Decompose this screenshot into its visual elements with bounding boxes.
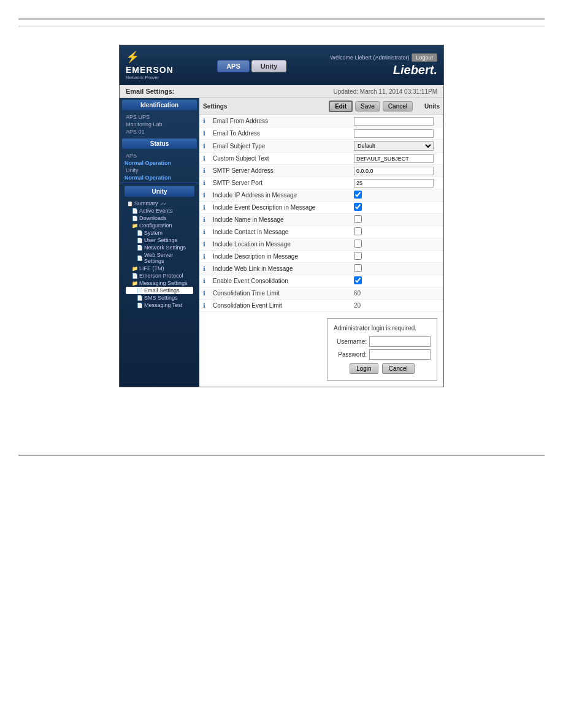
sidebar-unity-label: Unity <box>123 167 196 174</box>
email-subject-type-value: Default <box>354 141 440 151</box>
sidebar-identification-title: Identification <box>122 100 197 110</box>
tree-active-events[interactable]: 📄 Active Events <box>126 207 193 214</box>
info-icon-9: ℹ <box>203 216 210 223</box>
tree-system[interactable]: 📄 System <box>126 229 193 237</box>
subheader-updated: Updated: March 11, 2014 03:31:11PM <box>333 88 437 95</box>
email-from-label: Email From Address <box>213 118 354 124</box>
smtp-address-label: SMTP Server Address <box>213 167 354 174</box>
smtp-address-input[interactable] <box>354 167 434 175</box>
sidebar-unity: Unity 📋 Summary >> 📄 Active Events <box>120 183 199 311</box>
consolidation-event-label: Consolidation Event Limit <box>213 302 354 309</box>
enable-consolidation-checkbox[interactable] <box>354 276 362 284</box>
info-icon-12: ℹ <box>203 253 210 260</box>
login-dialog: Administrator login is required. Usernam… <box>327 318 437 381</box>
include-description-checkbox[interactable] <box>354 252 362 260</box>
tree-sms-label: SMS Settings <box>144 295 178 301</box>
folder-messaging-icon: 📁 <box>132 281 138 286</box>
lightning-icon: ⚡ <box>126 50 139 64</box>
info-icon-11: ℹ <box>203 241 210 248</box>
login-title: Administrator login is required. <box>334 325 431 332</box>
file-network-icon: 📄 <box>137 245 143 251</box>
sidebar-id-line3: APS 01 <box>123 128 196 135</box>
tree-messaging-test[interactable]: 📄 Messaging Test <box>126 301 193 309</box>
enable-consolidation-value <box>354 276 440 286</box>
login-buttons: Login Cancel <box>334 363 431 374</box>
row-include-name: ℹ Include Name in Message <box>199 214 443 226</box>
app-container: ⚡ EMERSON Network Power APS Unity Welcom… <box>119 45 444 387</box>
info-icon-5: ℹ <box>203 167 210 174</box>
username-input[interactable] <box>369 336 431 347</box>
tree-network-settings[interactable]: 📄 Network Settings <box>126 244 193 251</box>
include-name-checkbox[interactable] <box>354 215 362 223</box>
tree-configuration[interactable]: 📁 Configuration <box>126 222 193 229</box>
tree-emerson-protocol[interactable]: 📄 Emerson Protocol <box>126 272 193 279</box>
login-cancel-button[interactable]: Cancel <box>382 363 415 374</box>
include-event-value <box>354 203 440 212</box>
logout-button[interactable]: Logout <box>412 53 437 62</box>
file-active-events-icon: 📄 <box>132 208 138 214</box>
include-weblink-checkbox[interactable] <box>354 264 362 272</box>
smtp-port-label: SMTP Server Port <box>213 180 354 186</box>
tab-unity[interactable]: Unity <box>251 60 287 72</box>
email-subject-type-select[interactable]: Default <box>354 141 434 151</box>
sidebar-id-line1: APS UPS <box>123 113 196 121</box>
row-email-subject-type: ℹ Email Subject Type Default <box>199 140 443 153</box>
info-icon-2: ℹ <box>203 130 210 137</box>
tab-aps[interactable]: APS <box>217 60 250 72</box>
include-ip-checkbox[interactable] <box>354 191 362 199</box>
main-layout: Identification APS UPS Monitoring Lab AP… <box>120 98 443 387</box>
second-border <box>18 26 545 26</box>
info-icon-16: ℹ <box>203 302 210 309</box>
top-border <box>18 18 545 20</box>
include-contact-checkbox[interactable] <box>354 227 362 235</box>
tree-user-settings-label: User Settings <box>144 237 177 243</box>
folder-life-icon: 📁 <box>132 266 138 271</box>
tree-life[interactable]: 📁 LIFE (TM) <box>126 265 193 272</box>
sidebar-identification: Identification APS UPS Monitoring Lab AP… <box>120 100 199 137</box>
page-wrapper: ⚡ EMERSON Network Power APS Unity Welcom… <box>0 0 563 728</box>
settings-header-bar: Settings Edit Save Cancel Units <box>199 98 443 115</box>
subheader-title: Email Settings: <box>126 88 174 95</box>
row-include-description: ℹ Include Description in Message <box>199 251 443 263</box>
email-to-input[interactable] <box>354 129 434 138</box>
tree-downloads-label: Downloads <box>139 215 167 221</box>
header-right: Welcome Liebert (Administrator) Logout L… <box>331 53 437 77</box>
include-location-checkbox[interactable] <box>354 240 362 248</box>
custom-subject-input[interactable] <box>354 154 434 163</box>
file-webserver-icon: 📄 <box>137 256 143 261</box>
include-ip-value <box>354 191 440 200</box>
tree-summary[interactable]: 📋 Summary >> <box>126 200 193 207</box>
app-header: ⚡ EMERSON Network Power APS Unity Welcom… <box>120 45 443 85</box>
edit-button[interactable]: Edit <box>329 100 353 112</box>
include-location-label: Include Location in Message <box>213 241 354 248</box>
expand-arrow: >> <box>161 201 166 207</box>
info-icon-14: ℹ <box>203 278 210 284</box>
sidebar-status-group: APS Normal Operation Unity Normal Operat… <box>120 151 199 183</box>
email-from-input[interactable] <box>354 117 434 126</box>
row-include-weblink: ℹ Include Web Link in Message <box>199 263 443 275</box>
username-label: Username: <box>334 338 367 345</box>
sidebar-aps-status: Normal Operation <box>123 159 196 167</box>
row-consolidation-event: ℹ Consolidation Event Limit 20 <box>199 300 443 312</box>
sidebar-status-title: Status <box>122 138 197 149</box>
login-username-row: Username: <box>334 336 431 347</box>
save-button[interactable]: Save <box>355 101 380 112</box>
cancel-button[interactable]: Cancel <box>383 101 413 112</box>
tree-messaging-settings[interactable]: 📁 Messaging Settings <box>126 279 193 287</box>
login-button[interactable]: Login <box>350 363 378 374</box>
smtp-port-input[interactable] <box>354 179 434 188</box>
tree-sms-settings[interactable]: 📄 SMS Settings <box>126 294 193 301</box>
tree-user-settings[interactable]: 📄 User Settings <box>126 237 193 244</box>
include-event-checkbox[interactable] <box>354 203 362 211</box>
tree-system-label: System <box>144 230 163 236</box>
tree-network-label: Network Settings <box>144 245 186 251</box>
consolidation-event-text: 20 <box>354 302 361 309</box>
tab-buttons: APS Unity <box>217 60 286 72</box>
tree-email-settings[interactable]: 📄 Email Settings <box>126 287 193 294</box>
tree-downloads[interactable]: 📄 Downloads <box>126 214 193 222</box>
tree-web-server[interactable]: 📄 Web Server Settings <box>126 251 193 265</box>
email-from-value <box>354 117 440 126</box>
file-emerson-icon: 📄 <box>132 273 138 279</box>
include-name-value <box>354 215 440 224</box>
password-input[interactable] <box>369 349 431 360</box>
